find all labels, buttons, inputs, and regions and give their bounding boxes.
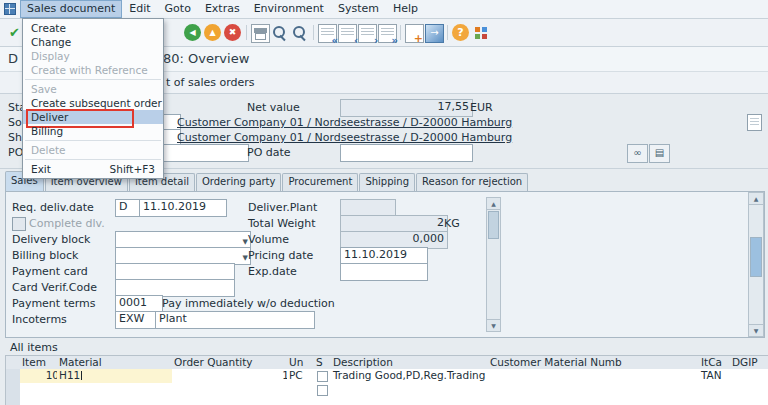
customize-icon[interactable]: [472, 24, 489, 41]
menu-item-create-with-reference: Create with Reference: [23, 63, 163, 77]
exit-icon[interactable]: [204, 24, 221, 41]
po-date-field[interactable]: [340, 144, 473, 162]
deliver-plant-label: Deliver.Plant: [248, 200, 317, 215]
menu-goto[interactable]: Goto: [158, 0, 198, 18]
menu-item-deliver-label: Deliver: [31, 111, 68, 123]
exp-date-label: Exp.date: [248, 264, 297, 279]
complete-dlv-label: Complete dlv.: [29, 216, 105, 231]
scroll-up-icon[interactable]: [749, 193, 763, 205]
tab-procurement[interactable]: Procurement: [282, 173, 358, 191]
cell-order-quantity[interactable]: 1: [172, 369, 292, 384]
menu-system[interactable]: System: [331, 0, 386, 18]
ship-to-party-link[interactable]: Customer Company 01 / Nordseestrasse / D…: [177, 130, 512, 145]
toolbar-divider: [447, 25, 448, 40]
new-session-icon[interactable]: [405, 24, 424, 43]
menu-extras[interactable]: Extras: [198, 0, 247, 18]
text-cursor: [81, 371, 82, 380]
menu-bar: Sales document Edit Goto Extras Environm…: [0, 0, 768, 19]
menu-item-exit-label: Exit: [31, 163, 51, 175]
cell-item[interactable]: 10: [20, 369, 62, 384]
tab-reason-for-rejection[interactable]: Reason for rejection: [416, 173, 528, 191]
page-title-partial: D: [8, 51, 18, 66]
help-icon[interactable]: [452, 24, 469, 41]
cell-material[interactable]: [57, 397, 177, 405]
cell-customer-material[interactable]: [488, 383, 704, 398]
material-value: H11: [59, 369, 80, 381]
cell-customer-material[interactable]: [488, 397, 704, 405]
s-checkbox[interactable]: [317, 385, 328, 396]
po-number-label-partial: PO: [8, 145, 23, 160]
scroll-up-icon[interactable]: [487, 198, 500, 210]
last-page-icon[interactable]: [378, 24, 397, 43]
menu-separator: [25, 140, 161, 141]
menu-item-change[interactable]: Change: [23, 35, 163, 49]
spectacles-icon[interactable]: [627, 144, 648, 163]
menu-item-exit-shortcut: Shift+F3: [110, 162, 155, 176]
back-icon[interactable]: [184, 24, 201, 41]
menu-item-create[interactable]: Create: [23, 21, 163, 35]
exp-date-field[interactable]: [340, 263, 428, 281]
cell-order-quantity[interactable]: [172, 397, 292, 405]
toolbar-divider: [400, 25, 401, 40]
scrollbar-thumb[interactable]: [750, 237, 762, 277]
sales-document-dropdown-menu: Create Change Display Create with Refere…: [22, 18, 164, 179]
menu-item-exit[interactable]: Exit Shift+F3: [23, 162, 163, 176]
fields-scrollbar[interactable]: [486, 197, 501, 332]
menu-item-create-subsequent-order[interactable]: Create subsequent order: [23, 96, 163, 110]
find-icon[interactable]: [271, 24, 288, 41]
net-value-label: Net value: [247, 100, 300, 115]
cell-dgip[interactable]: [730, 369, 768, 384]
cell-dgip[interactable]: [730, 397, 768, 405]
enter-icon[interactable]: [6, 24, 23, 41]
scrollbar-thumb[interactable]: [488, 211, 499, 239]
incoterms-text-field[interactable]: Plant: [155, 311, 315, 329]
cell-customer-material[interactable]: [488, 369, 704, 384]
find-next-icon[interactable]: [291, 24, 308, 41]
menu-help[interactable]: Help: [386, 0, 425, 18]
list-of-sales-orders-button[interactable]: t of sales orders: [160, 74, 261, 91]
card-verif-code-label: Card Verif.Code: [12, 280, 97, 295]
s-checkbox[interactable]: [317, 371, 328, 382]
cell-description[interactable]: Trading Good,PD,Reg.Trading: [331, 369, 493, 384]
menu-item-delete: Delete: [23, 143, 163, 157]
next-page-icon[interactable]: [358, 24, 377, 43]
toolbar-divider: [313, 25, 314, 40]
scroll-down-icon[interactable]: [487, 319, 500, 331]
all-items-title: All items: [10, 341, 58, 354]
previous-page-icon[interactable]: [338, 24, 357, 43]
cell-material[interactable]: [57, 383, 177, 398]
cell-description[interactable]: [331, 383, 493, 398]
menu-sales-document[interactable]: Sales document: [20, 0, 122, 18]
billing-block-label: Billing block: [12, 248, 78, 263]
menu-separator: [25, 159, 161, 160]
documents-icon[interactable]: [649, 144, 670, 163]
menu-edit[interactable]: Edit: [122, 0, 157, 18]
menu-item-save: Save: [23, 82, 163, 96]
app-grid-icon[interactable]: [4, 3, 16, 15]
cell-dgip[interactable]: [730, 383, 768, 398]
cell-item[interactable]: [20, 383, 62, 398]
po-date-label: PO date: [247, 145, 291, 160]
sold-to-party-link[interactable]: Customer Company 01 / Nordseestrasse / D…: [177, 115, 512, 130]
cell-order-quantity[interactable]: [172, 383, 292, 398]
cell-item[interactable]: [20, 397, 62, 405]
payment-terms-text: Pay immediately w/o deduction: [162, 296, 335, 311]
cell-description[interactable]: [331, 397, 493, 405]
print-icon[interactable]: [251, 24, 270, 43]
tab-ordering-party[interactable]: Ordering party: [196, 173, 282, 191]
req-deliv-date-field[interactable]: 11.10.2019: [139, 199, 227, 217]
menu-item-deliver[interactable]: Deliver: [23, 110, 163, 124]
tab-shipping[interactable]: Shipping: [359, 173, 415, 191]
payment-card-label: Payment card: [12, 264, 88, 279]
scroll-down-icon[interactable]: [749, 324, 763, 336]
menu-item-billing[interactable]: Billing: [23, 124, 163, 138]
cancel-icon[interactable]: [224, 24, 241, 41]
panel-scrollbar[interactable]: [748, 192, 764, 337]
currency-label: EUR: [470, 100, 493, 115]
first-page-icon[interactable]: [318, 24, 337, 43]
complete-dlv-checkbox[interactable]: [12, 217, 26, 231]
cell-material[interactable]: H11: [57, 369, 177, 384]
document-icon[interactable]: [747, 114, 762, 131]
create-shortcut-icon[interactable]: [425, 24, 444, 43]
menu-environment[interactable]: Environment: [247, 0, 331, 18]
